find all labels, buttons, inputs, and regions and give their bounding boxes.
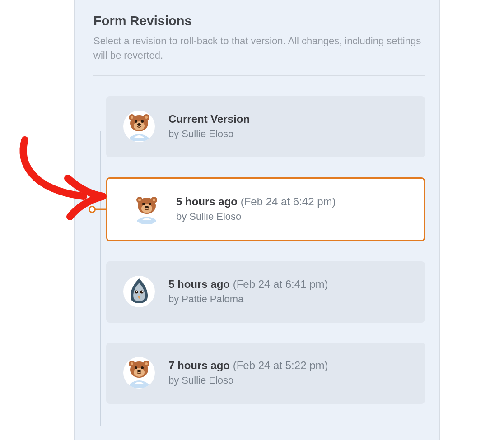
revisions-panel: Form Revisions Select a revision to roll… (74, 0, 440, 440)
svg-point-17 (142, 203, 145, 205)
revision-card[interactable]: 5 hours ago (Feb 24 at 6:41 pm) by Patti… (106, 261, 425, 323)
revision-timestamp: (Feb 24 at 6:42 pm) (241, 195, 336, 208)
svg-point-19 (145, 206, 149, 208)
revision-title: 5 hours ago (168, 278, 230, 290)
svg-point-31 (135, 366, 137, 369)
svg-point-8 (141, 120, 144, 123)
by-prefix: by (168, 128, 182, 139)
revision-author: Pattie Paloma (182, 293, 243, 305)
bird-avatar-icon (126, 277, 152, 306)
svg-point-15 (153, 199, 155, 201)
by-prefix: by (176, 211, 189, 222)
svg-point-21 (140, 290, 144, 293)
avatar (123, 111, 155, 142)
avatar (131, 193, 163, 225)
revision-author: Sullie Eloso (182, 128, 233, 139)
svg-point-14 (138, 199, 141, 201)
avatar (123, 276, 155, 307)
svg-point-5 (145, 116, 148, 119)
revision-info: 7 hours ago (Feb 24 at 5:22 pm) by Sulli… (168, 359, 328, 386)
bear-avatar-icon (124, 111, 154, 141)
revision-info: Current Version by Sullie Eloso (168, 113, 250, 140)
revision-timestamp: (Feb 24 at 6:41 pm) (233, 278, 328, 290)
revision-info: 5 hours ago (Feb 24 at 6:41 pm) by Patti… (168, 278, 328, 305)
revision-card[interactable]: 7 hours ago (Feb 24 at 5:22 pm) by Sulli… (106, 343, 425, 404)
revisions-list: Current Version by Sullie Eloso (93, 96, 425, 404)
revision-card-selected[interactable]: 5 hours ago (Feb 24 at 6:42 pm) by Sulli… (106, 177, 425, 241)
svg-point-4 (131, 116, 133, 119)
bear-avatar-icon (132, 194, 162, 224)
revision-card-current[interactable]: Current Version by Sullie Eloso (106, 96, 425, 157)
revision-info: 5 hours ago (Feb 24 at 6:42 pm) by Sulli… (176, 195, 336, 222)
revision-author: Sullie Eloso (189, 211, 241, 222)
timeline-marker-connector (95, 208, 107, 210)
svg-point-7 (135, 120, 137, 123)
svg-point-28 (131, 362, 133, 365)
svg-point-32 (141, 366, 144, 369)
revision-title: 5 hours ago (176, 195, 238, 208)
svg-point-9 (137, 123, 141, 126)
page-description: Select a revision to roll-back to that v… (93, 34, 425, 63)
svg-point-22 (136, 291, 137, 292)
bear-avatar-icon (124, 358, 154, 388)
revision-title: Current Version (168, 113, 250, 125)
page-title: Form Revisions (93, 14, 425, 28)
svg-point-29 (145, 362, 148, 365)
timeline-line (100, 131, 101, 426)
revision-timestamp: (Feb 24 at 5:22 pm) (233, 359, 328, 371)
svg-point-18 (149, 203, 151, 205)
svg-point-23 (142, 291, 143, 292)
divider (93, 75, 425, 76)
avatar (123, 357, 155, 389)
by-prefix: by (168, 293, 182, 305)
svg-point-33 (137, 370, 141, 372)
revision-author: Sullie Eloso (182, 375, 233, 386)
svg-point-20 (135, 290, 138, 293)
revision-title: 7 hours ago (168, 359, 230, 371)
by-prefix: by (168, 375, 182, 386)
